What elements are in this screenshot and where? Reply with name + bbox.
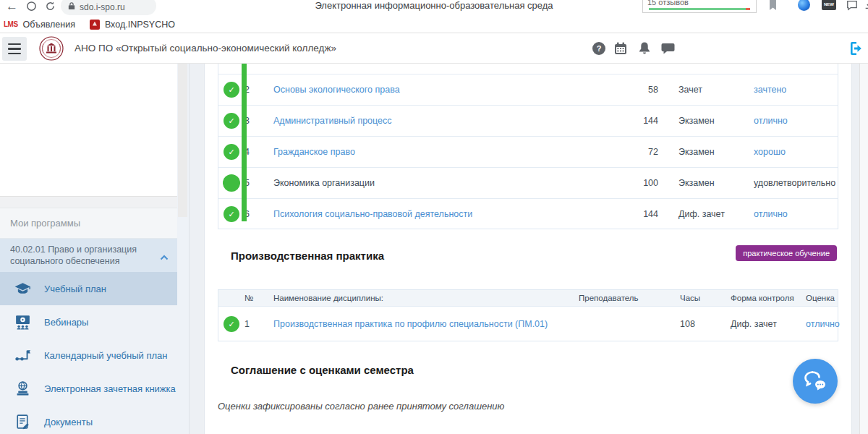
discipline-link[interactable]: Административный процесс [273, 116, 618, 126]
control-form: Диф. зачет [731, 319, 806, 329]
logout-icon[interactable] [848, 40, 865, 60]
col-header-name: Наименование дисциплины: [273, 294, 579, 302]
messages-icon[interactable] [660, 41, 676, 59]
refresh-icon[interactable] [45, 0, 56, 16]
browser-profile-icon[interactable] [798, 0, 810, 11]
hours-value: 144 [618, 209, 658, 219]
in-progress-dot-icon [223, 174, 240, 192]
calendar-icon[interactable] [613, 41, 628, 59]
control-form: Экзамен [678, 178, 754, 188]
col-header-num: № [244, 294, 273, 302]
row-number: 4 [244, 147, 273, 157]
bookmarks-bar: LMS Объявления Вход.INPSYCHO [0, 16, 868, 33]
bookmark-icon[interactable] [768, 0, 778, 14]
discipline-link[interactable]: Психология социально-правовой деятельнос… [273, 209, 618, 219]
page-scrollbar[interactable] [859, 64, 868, 434]
sidebar-item-webinars[interactable]: Вебинары [0, 305, 177, 339]
table-row: ✓ 2 Основы экологического права 58 Зачет… [218, 74, 838, 105]
hours-value: 144 [618, 116, 658, 126]
grade-link[interactable]: хорошо [754, 147, 838, 157]
browser-toolbar: ← sdo.i-spo.ru Электронная информационно… [0, 0, 868, 16]
downloads-icon[interactable] [864, 0, 868, 14]
hours-value: 100 [618, 178, 658, 188]
row-number: 1 [244, 319, 273, 329]
lms-logo-icon: LMS [4, 20, 18, 28]
sidebar-item-documents[interactable]: Документы [0, 405, 177, 434]
app-header: АНО ПО «Открытый социально-экономический… [0, 33, 868, 64]
completed-check-icon: ✓ [224, 144, 239, 160]
sidebar: Мои программы 40.02.01 Право и организац… [0, 64, 190, 434]
table-header-row: № Наименование дисциплины: Преподаватель… [218, 290, 838, 306]
discipline-link[interactable]: Основы экологического права [273, 85, 618, 95]
grade-link[interactable]: отлично [754, 116, 838, 126]
section-title: Производственная практика [231, 250, 384, 262]
section-title: Соглашение с оценками семестра [231, 364, 414, 376]
chat-widget-button[interactable] [793, 359, 838, 404]
menu-toggle-button[interactable] [2, 37, 27, 61]
grade-link[interactable]: отлично [754, 209, 838, 219]
hours-value: 108 [680, 319, 709, 329]
hours-value: 58 [618, 85, 658, 95]
sidebar-item-gradebook[interactable]: Электронная зачетная книжка [0, 372, 177, 405]
new-extension-badge[interactable]: NEW [822, 0, 836, 10]
control-form: Экзамен [678, 116, 754, 126]
grade-value: удовлетворительно [754, 178, 838, 188]
practice-badge[interactable]: практическое обучение [736, 245, 837, 261]
sidebar-item-curriculum[interactable]: Учебный план [0, 272, 177, 305]
feedback-icon[interactable] [846, 0, 858, 14]
col-header-teacher: Преподаватель [579, 294, 680, 302]
globe-books-icon [14, 380, 32, 398]
table-row: ✓ 3 Административный процесс 144 Экзамен… [218, 105, 838, 136]
row-number: 2 [244, 85, 273, 95]
agreement-note: Оценки зафиксированы согласно ранее прин… [218, 401, 504, 412]
address-bar[interactable]: sdo.i-spo.ru [61, 0, 156, 15]
bookmark-inpsycho[interactable]: Вход.INPSYCHO [90, 20, 175, 30]
page-title: Электронная информационно-образовательна… [315, 0, 553, 11]
sidebar-item-label: Календарный учебный план [44, 350, 167, 361]
milestones-icon [14, 346, 32, 365]
bookmark-announcements[interactable]: LMS Объявления [4, 20, 75, 30]
main-content: ✓ 2 Основы экологического права 58 Зачет… [190, 64, 868, 434]
reviews-bar [649, 8, 746, 10]
sidebar-program-item[interactable]: 40.02.01 Право и организация социального… [0, 239, 177, 272]
grade-link[interactable]: зачтено [754, 85, 838, 95]
graduation-cap-icon [14, 280, 32, 298]
help-icon[interactable]: ? [592, 41, 606, 59]
discipline-link[interactable]: Производственная практика по профилю спе… [273, 319, 579, 329]
row-number: 3 [244, 116, 273, 126]
table-row: ✓ 1 Производственная практика по профилю… [218, 306, 838, 341]
progress-timeline [242, 64, 247, 221]
sidebar-scrollbar[interactable] [178, 64, 187, 217]
webinar-icon [14, 313, 32, 331]
completed-check-icon: ✓ [224, 113, 239, 129]
college-logo [38, 35, 64, 64]
row-number: 6 [244, 209, 273, 219]
chat-bubbles-icon [802, 369, 828, 393]
reviews-label: 15 отзывов [643, 0, 756, 8]
completed-check-icon: ✓ [224, 206, 239, 222]
completed-check-icon: ✓ [224, 316, 239, 332]
workspace: Мои программы 40.02.01 Право и организац… [0, 64, 868, 434]
notifications-bell-icon[interactable] [637, 41, 652, 59]
control-form: Диф. зачет [678, 209, 754, 219]
grade-link[interactable]: отлично [806, 319, 840, 329]
sidebar-section-title: Мои программы [0, 208, 177, 239]
table-row: 5 Экономика организации 100 Экзамен удов… [218, 167, 838, 198]
col-header-form: Форма контроля [731, 294, 806, 302]
bookmark-label: Вход.INPSYCHO [105, 20, 175, 30]
col-header-hours: Часы [680, 294, 709, 302]
sidebar-divider [0, 197, 177, 208]
bookmark-label: Объявления [23, 20, 75, 30]
discipline-link[interactable]: Гражданское право [273, 147, 618, 157]
organization-name: АНО ПО «Открытый социально-экономический… [75, 43, 336, 54]
url-text: sdo.i-spo.ru [80, 0, 125, 12]
col-header-grade: Оценка [806, 294, 838, 302]
sidebar-empty-panel [0, 64, 177, 197]
sidebar-item-label: Электронная зачетная книжка [44, 383, 176, 394]
practice-table: № Наименование дисциплины: Преподаватель… [218, 289, 838, 341]
reviews-widget[interactable]: 15 отзывов [642, 0, 757, 13]
back-icon[interactable]: ← [6, 0, 18, 14]
sidebar-item-label: Вебинары [44, 317, 88, 328]
sidebar-item-calendar-plan[interactable]: Календарный учебный план [0, 339, 177, 372]
reload-icon[interactable] [26, 0, 37, 16]
